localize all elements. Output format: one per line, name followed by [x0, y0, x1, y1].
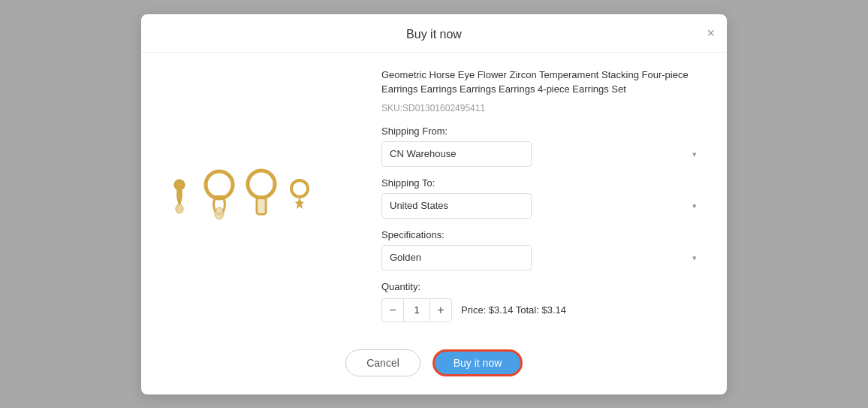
specifications-wrapper: Golden Silver Rose Gold ▾ [381, 245, 704, 270]
quantity-label: Quantity: [381, 281, 704, 292]
quantity-input[interactable] [403, 299, 430, 322]
product-images [164, 68, 359, 322]
svg-point-0 [174, 180, 185, 190]
modal-footer: Cancel Buy it now [141, 337, 727, 394]
cancel-button[interactable]: Cancel [345, 349, 420, 376]
specifications-select[interactable]: Golden Silver Rose Gold [381, 245, 532, 270]
chevron-down-icon-2: ▾ [692, 201, 697, 210]
svg-point-1 [176, 204, 183, 213]
svg-rect-8 [258, 199, 264, 213]
shipping-to-label: Shipping To: [381, 177, 704, 189]
shipping-from-label: Shipping From: [381, 125, 704, 137]
earring-image-2 [201, 168, 237, 221]
shipping-from-select[interactable]: CN Warehouse US Warehouse [381, 141, 532, 167]
shipping-to-select[interactable]: United States Canada United Kingdom [381, 193, 532, 219]
buy-now-button[interactable]: Buy it now [432, 349, 523, 376]
modal-title: Buy it now [406, 28, 462, 41]
price-info: Price: $3.14 Total: $3.14 [461, 304, 566, 316]
chevron-down-icon: ▾ [692, 149, 697, 159]
quantity-row: − + Price: $3.14 Total: $3.14 [381, 298, 704, 322]
shipping-from-wrapper: CN Warehouse US Warehouse ▾ [381, 141, 704, 167]
product-sku: SKU:SD01301602495411 [381, 103, 704, 113]
svg-point-5 [248, 171, 275, 198]
modal-header: Buy it now × [141, 14, 727, 53]
svg-point-9 [291, 180, 308, 197]
product-info: Geometric Horse Eye Flower Zircon Temper… [381, 68, 704, 322]
product-title: Geometric Horse Eye Flower Zircon Temper… [381, 68, 704, 97]
chevron-down-icon-3: ▾ [692, 252, 697, 262]
modal-body: Geometric Horse Eye Flower Zircon Temper… [141, 53, 727, 337]
earring-image-3 [243, 168, 279, 222]
modal-overlay: Buy it now × [0, 0, 868, 408]
quantity-decrease-button[interactable]: − [382, 299, 403, 322]
svg-point-4 [215, 207, 224, 219]
quantity-control: − + [381, 298, 452, 322]
earring-image-1 [164, 176, 195, 213]
close-button[interactable]: × [707, 26, 715, 40]
earring-image-4 [285, 178, 314, 212]
svg-point-2 [206, 171, 233, 198]
quantity-increase-button[interactable]: + [430, 299, 451, 322]
shipping-to-wrapper: United States Canada United Kingdom ▾ [381, 193, 704, 219]
quantity-section: Quantity: − + Price: $3.14 Total: $3.14 [381, 281, 704, 322]
modal-dialog: Buy it now × [141, 14, 727, 394]
specifications-label: Specifications: [381, 229, 704, 240]
